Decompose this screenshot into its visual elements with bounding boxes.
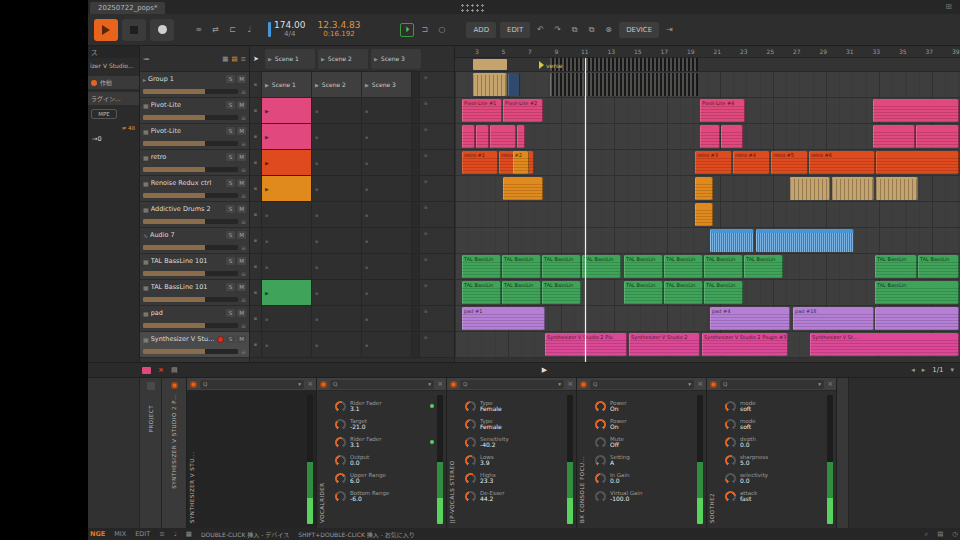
arranger-clip[interactable]: Pivot-Lite #2 bbox=[503, 99, 543, 122]
param-knob[interactable] bbox=[725, 455, 736, 466]
device-power-button[interactable] bbox=[190, 381, 197, 388]
volume-fader[interactable] bbox=[143, 271, 238, 276]
volume-fader[interactable] bbox=[143, 323, 238, 328]
track-row[interactable]: ▦Pivot-LiteSM≡ bbox=[140, 98, 249, 124]
arranger-clip[interactable]: Synthesizer V Studio 2 Plugin #3 bbox=[702, 333, 788, 356]
track-row[interactable]: ▦padSM≡ bbox=[140, 306, 249, 332]
record-button[interactable] bbox=[150, 19, 174, 41]
note-icon[interactable]: ♩ bbox=[174, 530, 177, 538]
device-param[interactable]: sharpness5.0 bbox=[725, 451, 825, 469]
clip-slot[interactable]: ▪ bbox=[312, 228, 362, 253]
clip-play-icon[interactable]: ▶ bbox=[265, 290, 269, 296]
param-knob[interactable] bbox=[335, 473, 346, 484]
param-knob[interactable] bbox=[465, 473, 476, 484]
loop-brace-icon[interactable]: ⊐ bbox=[418, 25, 431, 34]
clip-stop-button[interactable]: ▪ bbox=[250, 332, 262, 357]
device-power-button[interactable] bbox=[171, 382, 178, 389]
arranger-track-lane[interactable] bbox=[455, 228, 960, 254]
arranger-clip[interactable]: retro #1 bbox=[462, 151, 498, 174]
add-device-strip[interactable] bbox=[837, 378, 849, 528]
track-name[interactable]: pad bbox=[151, 309, 224, 317]
device-param[interactable]: Rider Fader3.1 bbox=[335, 433, 435, 451]
time-signature[interactable]: 4/4 bbox=[274, 30, 306, 39]
param-knob[interactable] bbox=[465, 455, 476, 466]
arranger-clip[interactable] bbox=[550, 73, 698, 96]
volume-fader[interactable] bbox=[143, 349, 238, 354]
device-param[interactable]: Lows3.9 bbox=[465, 451, 565, 469]
solo-button[interactable]: S bbox=[226, 179, 235, 187]
arranger-clip[interactable]: TAL BassLin bbox=[582, 255, 621, 278]
track-menu-icon[interactable]: ≡ bbox=[241, 88, 246, 95]
arranger-track-lane[interactable]: Pivot-Lite #1Pivot-Lite #2Pivot-Lite #4 bbox=[455, 98, 960, 124]
volume-fader[interactable] bbox=[143, 219, 238, 224]
position-bars[interactable]: 12.3.4.83 bbox=[318, 20, 361, 30]
device-param[interactable]: PowerOn bbox=[595, 415, 695, 433]
scroll-right-icon[interactable]: ▸ bbox=[922, 366, 926, 374]
punch-icon[interactable]: ⊏ bbox=[226, 25, 239, 34]
metronome-icon[interactable]: ♩ bbox=[243, 25, 256, 34]
clip-slot[interactable]: ▪ bbox=[312, 176, 362, 201]
search-icon[interactable]: ⌕ bbox=[925, 530, 929, 538]
param-knob[interactable] bbox=[725, 437, 736, 448]
param-knob[interactable] bbox=[465, 401, 476, 412]
device-param[interactable]: MuteOff bbox=[595, 433, 695, 451]
clip-slot[interactable]: ▪ bbox=[312, 254, 362, 279]
mpe-button[interactable]: MPE bbox=[91, 109, 117, 119]
device-close-button[interactable]: × bbox=[307, 380, 313, 388]
arranger-clip[interactable] bbox=[490, 125, 516, 148]
clip-slot[interactable]: ▪ bbox=[262, 332, 312, 357]
clip-play-icon[interactable]: ▶ bbox=[365, 82, 369, 88]
track-name[interactable]: TAL BassLine 101 bbox=[151, 283, 224, 291]
device-close-button[interactable]: × bbox=[697, 380, 703, 388]
device-preset-box[interactable]: Q▾ bbox=[590, 380, 694, 389]
solo-button[interactable]: S bbox=[226, 257, 235, 265]
clip-slot[interactable]: ▪ bbox=[362, 254, 412, 279]
device-param[interactable]: Highs23.3 bbox=[465, 469, 565, 487]
clip-slot[interactable]: ▶Scene 2 bbox=[312, 72, 362, 97]
arranger-clip[interactable] bbox=[876, 177, 918, 200]
volume-fader[interactable] bbox=[143, 141, 238, 146]
arranger-clip[interactable]: retro #5 bbox=[771, 151, 808, 174]
arranger-clip[interactable] bbox=[832, 177, 874, 200]
device-param[interactable]: Target-21.0 bbox=[335, 415, 435, 433]
arranger-clip[interactable] bbox=[875, 307, 959, 330]
arranger-marker-lane[interactable]: verse bbox=[455, 58, 960, 72]
add-button[interactable]: ADD bbox=[466, 22, 496, 38]
arranger-track-lane[interactable] bbox=[455, 176, 960, 202]
arranger-track-lane[interactable]: pad #1pad #4pad #18 bbox=[455, 306, 960, 332]
track-name[interactable]: Pivot-Lite bbox=[151, 127, 224, 135]
device-param[interactable]: PowerOn bbox=[595, 397, 695, 415]
volume-fader[interactable] bbox=[143, 245, 238, 250]
arranger-clip[interactable] bbox=[873, 125, 915, 148]
clip-slot[interactable]: ▪ bbox=[362, 306, 412, 331]
track-menu-icon[interactable]: ≡ bbox=[241, 322, 246, 329]
track-menu-icon[interactable]: ≡ bbox=[241, 218, 246, 225]
track-row[interactable]: ▦retroSM≡ bbox=[140, 150, 249, 176]
arranger-clip[interactable] bbox=[503, 177, 543, 200]
tempo-value[interactable]: 174.00 bbox=[274, 20, 306, 30]
arranger-clip[interactable] bbox=[462, 125, 475, 148]
clip-slot[interactable]: ▪ bbox=[312, 98, 362, 123]
device-param[interactable]: Output0.0 bbox=[335, 451, 435, 469]
arranger-clip[interactable] bbox=[508, 73, 520, 96]
arranger-clip[interactable]: Pivot-Lite #4 bbox=[700, 99, 745, 122]
arranger-track-lane[interactable] bbox=[455, 72, 960, 98]
position-display[interactable]: 12.3.4.83 0:16.192 bbox=[318, 20, 361, 39]
track-row[interactable]: ∿Audio 7SM≡ bbox=[140, 228, 249, 254]
device-close-button[interactable]: × bbox=[827, 380, 833, 388]
volume-fader[interactable] bbox=[143, 167, 238, 172]
arranger-clip[interactable] bbox=[517, 125, 525, 148]
param-knob[interactable] bbox=[725, 473, 736, 484]
arranger-track-lane[interactable]: TAL BassLinTAL BassLinTAL BassLinTAL Bas… bbox=[455, 254, 960, 280]
volume-fader[interactable] bbox=[143, 89, 238, 94]
clip-stop-button[interactable]: ▪ bbox=[250, 202, 262, 227]
mute-button[interactable]: M bbox=[237, 335, 246, 343]
delete-icon[interactable]: × bbox=[158, 366, 164, 374]
arranger-clip[interactable]: TAL BassLin bbox=[462, 255, 501, 278]
track-row[interactable]: ▦TAL BassLine 101SM≡ bbox=[140, 254, 249, 280]
arranger-clip[interactable] bbox=[695, 177, 713, 200]
track-menu-icon[interactable]: ≡ bbox=[241, 166, 246, 173]
track-row[interactable]: ▦Renoise Redux ctrlSM≡ bbox=[140, 176, 249, 202]
clip-slot[interactable]: ▪ bbox=[362, 202, 412, 227]
volume-fader[interactable] bbox=[143, 297, 238, 302]
